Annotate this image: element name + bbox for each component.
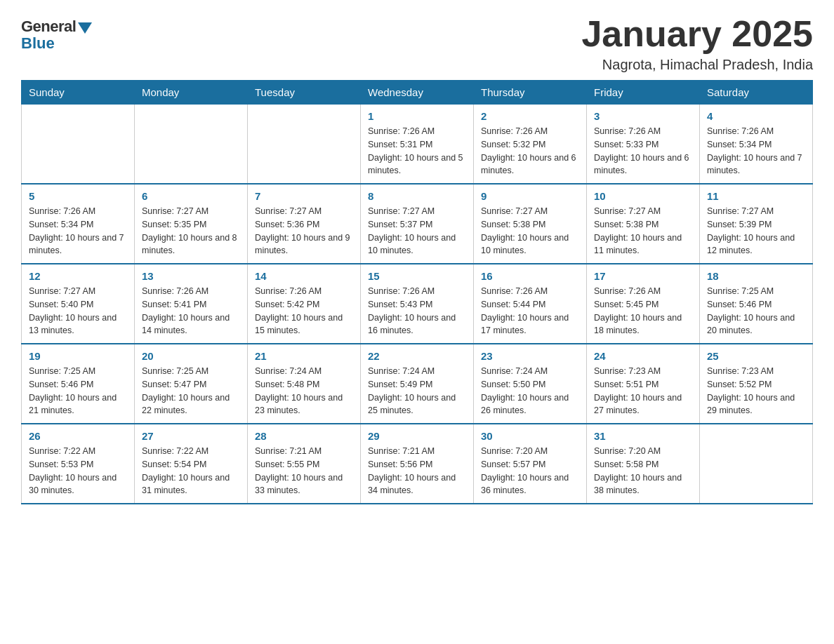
day-info: Sunrise: 7:20 AMSunset: 5:57 PMDaylight:… [481, 445, 579, 497]
day-number: 26 [29, 430, 127, 442]
day-info: Sunrise: 7:26 AMSunset: 5:41 PMDaylight:… [142, 285, 240, 337]
day-number: 22 [368, 350, 466, 362]
day-number: 1 [368, 110, 466, 122]
calendar-cell: 13Sunrise: 7:26 AMSunset: 5:41 PMDayligh… [135, 264, 248, 344]
title-area: January 2025 Nagrota, Himachal Pradesh, … [581, 14, 813, 73]
day-info: Sunrise: 7:25 AMSunset: 5:47 PMDaylight:… [142, 365, 240, 417]
calendar-cell [248, 105, 361, 185]
day-info: Sunrise: 7:26 AMSunset: 5:33 PMDaylight:… [594, 125, 692, 177]
calendar-cell: 7Sunrise: 7:27 AMSunset: 5:36 PMDaylight… [248, 184, 361, 264]
day-number: 20 [142, 350, 240, 362]
day-number: 19 [29, 350, 127, 362]
day-number: 21 [255, 350, 353, 362]
calendar-header-thursday: Thursday [474, 81, 587, 105]
calendar-cell [22, 105, 135, 185]
calendar-week-5: 26Sunrise: 7:22 AMSunset: 5:53 PMDayligh… [22, 424, 813, 504]
calendar-cell: 31Sunrise: 7:20 AMSunset: 5:58 PMDayligh… [587, 424, 700, 504]
calendar-cell: 15Sunrise: 7:26 AMSunset: 5:43 PMDayligh… [361, 264, 474, 344]
day-info: Sunrise: 7:27 AMSunset: 5:38 PMDaylight:… [594, 205, 692, 257]
calendar-cell: 26Sunrise: 7:22 AMSunset: 5:53 PMDayligh… [22, 424, 135, 504]
day-info: Sunrise: 7:21 AMSunset: 5:55 PMDaylight:… [255, 445, 353, 497]
calendar-cell: 22Sunrise: 7:24 AMSunset: 5:49 PMDayligh… [361, 344, 474, 424]
calendar-cell: 6Sunrise: 7:27 AMSunset: 5:35 PMDaylight… [135, 184, 248, 264]
calendar-cell: 2Sunrise: 7:26 AMSunset: 5:32 PMDaylight… [474, 105, 587, 185]
day-info: Sunrise: 7:26 AMSunset: 5:42 PMDaylight:… [255, 285, 353, 337]
calendar-cell: 14Sunrise: 7:26 AMSunset: 5:42 PMDayligh… [248, 264, 361, 344]
day-info: Sunrise: 7:22 AMSunset: 5:53 PMDaylight:… [29, 445, 127, 497]
calendar-header-wednesday: Wednesday [361, 81, 474, 105]
calendar-cell: 10Sunrise: 7:27 AMSunset: 5:38 PMDayligh… [587, 184, 700, 264]
logo-general-text: General [21, 18, 76, 36]
day-number: 8 [368, 190, 466, 202]
calendar-cell [135, 105, 248, 185]
day-number: 25 [707, 350, 805, 362]
calendar-header-monday: Monday [135, 81, 248, 105]
day-number: 14 [255, 270, 353, 282]
calendar-header-saturday: Saturday [700, 81, 813, 105]
calendar-cell: 5Sunrise: 7:26 AMSunset: 5:34 PMDaylight… [22, 184, 135, 264]
day-info: Sunrise: 7:24 AMSunset: 5:50 PMDaylight:… [481, 365, 579, 417]
calendar-week-1: 1Sunrise: 7:26 AMSunset: 5:31 PMDaylight… [22, 105, 813, 185]
calendar-cell: 25Sunrise: 7:23 AMSunset: 5:52 PMDayligh… [700, 344, 813, 424]
calendar-header-row: SundayMondayTuesdayWednesdayThursdayFrid… [22, 81, 813, 105]
day-info: Sunrise: 7:20 AMSunset: 5:58 PMDaylight:… [594, 445, 692, 497]
calendar-cell: 11Sunrise: 7:27 AMSunset: 5:39 PMDayligh… [700, 184, 813, 264]
calendar-cell: 24Sunrise: 7:23 AMSunset: 5:51 PMDayligh… [587, 344, 700, 424]
day-number: 15 [368, 270, 466, 282]
calendar-cell: 3Sunrise: 7:26 AMSunset: 5:33 PMDaylight… [587, 105, 700, 185]
day-number: 3 [594, 110, 692, 122]
day-info: Sunrise: 7:24 AMSunset: 5:49 PMDaylight:… [368, 365, 466, 417]
day-info: Sunrise: 7:26 AMSunset: 5:32 PMDaylight:… [481, 125, 579, 177]
calendar-cell [700, 424, 813, 504]
calendar-cell: 9Sunrise: 7:27 AMSunset: 5:38 PMDaylight… [474, 184, 587, 264]
day-info: Sunrise: 7:22 AMSunset: 5:54 PMDaylight:… [142, 445, 240, 497]
day-number: 11 [707, 190, 805, 202]
logo: General Blue [21, 18, 92, 53]
calendar-week-3: 12Sunrise: 7:27 AMSunset: 5:40 PMDayligh… [22, 264, 813, 344]
day-number: 29 [368, 430, 466, 442]
day-number: 30 [481, 430, 579, 442]
day-info: Sunrise: 7:25 AMSunset: 5:46 PMDaylight:… [29, 365, 127, 417]
calendar-week-4: 19Sunrise: 7:25 AMSunset: 5:46 PMDayligh… [22, 344, 813, 424]
day-info: Sunrise: 7:23 AMSunset: 5:52 PMDaylight:… [707, 365, 805, 417]
day-info: Sunrise: 7:27 AMSunset: 5:38 PMDaylight:… [481, 205, 579, 257]
day-info: Sunrise: 7:26 AMSunset: 5:43 PMDaylight:… [368, 285, 466, 337]
day-number: 7 [255, 190, 353, 202]
calendar-cell: 29Sunrise: 7:21 AMSunset: 5:56 PMDayligh… [361, 424, 474, 504]
day-info: Sunrise: 7:27 AMSunset: 5:37 PMDaylight:… [368, 205, 466, 257]
day-info: Sunrise: 7:26 AMSunset: 5:31 PMDaylight:… [368, 125, 466, 177]
day-number: 12 [29, 270, 127, 282]
calendar-header-tuesday: Tuesday [248, 81, 361, 105]
day-number: 5 [29, 190, 127, 202]
calendar-cell: 4Sunrise: 7:26 AMSunset: 5:34 PMDaylight… [700, 105, 813, 185]
day-number: 6 [142, 190, 240, 202]
day-number: 10 [594, 190, 692, 202]
day-number: 23 [481, 350, 579, 362]
calendar-cell: 1Sunrise: 7:26 AMSunset: 5:31 PMDaylight… [361, 105, 474, 185]
day-info: Sunrise: 7:27 AMSunset: 5:40 PMDaylight:… [29, 285, 127, 337]
day-info: Sunrise: 7:27 AMSunset: 5:36 PMDaylight:… [255, 205, 353, 257]
day-info: Sunrise: 7:27 AMSunset: 5:39 PMDaylight:… [707, 205, 805, 257]
calendar-week-2: 5Sunrise: 7:26 AMSunset: 5:34 PMDaylight… [22, 184, 813, 264]
day-number: 13 [142, 270, 240, 282]
day-number: 24 [594, 350, 692, 362]
day-number: 9 [481, 190, 579, 202]
subtitle: Nagrota, Himachal Pradesh, India [581, 57, 813, 73]
logo-blue-text: Blue [21, 34, 55, 53]
day-number: 28 [255, 430, 353, 442]
day-info: Sunrise: 7:23 AMSunset: 5:51 PMDaylight:… [594, 365, 692, 417]
day-number: 16 [481, 270, 579, 282]
day-info: Sunrise: 7:26 AMSunset: 5:45 PMDaylight:… [594, 285, 692, 337]
day-number: 27 [142, 430, 240, 442]
calendar-cell: 23Sunrise: 7:24 AMSunset: 5:50 PMDayligh… [474, 344, 587, 424]
day-info: Sunrise: 7:27 AMSunset: 5:35 PMDaylight:… [142, 205, 240, 257]
calendar-cell: 17Sunrise: 7:26 AMSunset: 5:45 PMDayligh… [587, 264, 700, 344]
header: General Blue January 2025 Nagrota, Himac… [21, 14, 813, 73]
day-number: 18 [707, 270, 805, 282]
calendar-cell: 19Sunrise: 7:25 AMSunset: 5:46 PMDayligh… [22, 344, 135, 424]
calendar: SundayMondayTuesdayWednesdayThursdayFrid… [21, 80, 813, 504]
day-info: Sunrise: 7:25 AMSunset: 5:46 PMDaylight:… [707, 285, 805, 337]
calendar-cell: 20Sunrise: 7:25 AMSunset: 5:47 PMDayligh… [135, 344, 248, 424]
logo-triangle-icon [78, 22, 92, 34]
day-info: Sunrise: 7:21 AMSunset: 5:56 PMDaylight:… [368, 445, 466, 497]
